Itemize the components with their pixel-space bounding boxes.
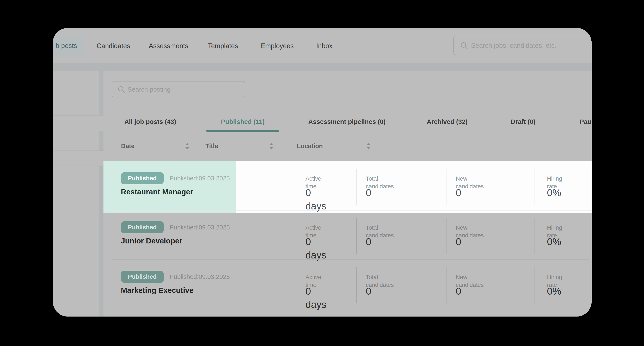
nav-item-employees[interactable]: Employees	[261, 42, 294, 50]
job-title: Restaurant Manager	[121, 187, 193, 196]
tab-draft[interactable]: Draft (0)	[511, 118, 536, 126]
stat-label: Active time	[306, 224, 321, 232]
tab-archived[interactable]: Archived (32)	[427, 118, 468, 126]
posting-search-box	[112, 81, 245, 97]
tab-paused[interactable]: Paus	[580, 118, 592, 126]
search-icon	[460, 42, 468, 50]
stat-divider	[356, 218, 357, 254]
stat-divider	[446, 218, 447, 254]
stat-divider	[356, 169, 357, 205]
stat-label: Hiring rate	[547, 175, 562, 183]
posting-search-input[interactable]	[127, 82, 240, 97]
published-date: Published:09.03.2025	[170, 223, 230, 231]
global-search-box	[454, 36, 592, 55]
stat-label: Active time	[306, 175, 321, 183]
active-tab-underline	[206, 130, 279, 132]
nav-item-job-posts[interactable]: b posts	[53, 36, 84, 56]
stat-divider	[534, 169, 535, 205]
stat-label: Total candidates	[366, 224, 394, 232]
global-search-input[interactable]	[470, 37, 592, 55]
status-badge: Published	[121, 271, 164, 283]
published-date: Published:09.03.2025	[170, 175, 230, 182]
stat-divider	[534, 267, 535, 303]
stat-label: Hiring rate	[547, 224, 562, 232]
app-window: b posts Candidates Assessments Templates…	[53, 28, 592, 316]
stat-value: 0%	[547, 284, 561, 298]
top-nav-bar: b posts Candidates Assessments Templates…	[53, 28, 592, 63]
sort-arrows-icon[interactable]	[185, 143, 190, 149]
nav-item-assessments[interactable]: Assessments	[149, 42, 188, 50]
column-header-date[interactable]: Date	[121, 142, 134, 150]
row-divider	[112, 309, 588, 309]
stat-value: 0	[366, 235, 371, 248]
stat-value: 0	[366, 284, 371, 298]
stat-label: New candidates	[456, 273, 484, 281]
status-badge: Published	[121, 221, 164, 233]
job-row-junior-developer[interactable]: Published Published:09.03.2025 Junior De…	[104, 210, 592, 260]
tab-all-job-posts[interactable]: All job posts (43)	[124, 118, 176, 126]
stat-divider	[446, 169, 447, 205]
tabs-divider	[104, 133, 592, 133]
column-header-location[interactable]: Location	[297, 142, 323, 150]
filters-sidebar	[53, 71, 99, 316]
stat-value: 0	[456, 284, 461, 298]
stat-label: Total candidates	[366, 273, 394, 281]
nav-item-candidates[interactable]: Candidates	[96, 42, 130, 50]
search-icon	[118, 86, 125, 94]
nav-item-inbox[interactable]: Inbox	[316, 42, 332, 50]
sort-arrows-icon[interactable]	[367, 143, 371, 149]
tab-assessment-pipelines[interactable]: Assessment pipelines (0)	[308, 118, 386, 126]
screen-background: b posts Candidates Assessments Templates…	[0, 0, 644, 346]
stat-divider	[446, 267, 447, 303]
nav-item-templates[interactable]: Templates	[208, 42, 238, 50]
job-title: Marketing Executive	[121, 286, 194, 295]
status-badge: Published	[121, 172, 164, 184]
job-row-restaurant-manager[interactable]: Published Published:09.03.2025 Restauran…	[104, 161, 592, 213]
stat-label: New candidates	[456, 224, 484, 232]
column-header-title[interactable]: Title	[206, 142, 218, 150]
published-date: Published:09.03.2025	[170, 273, 230, 281]
stat-value: 0	[366, 186, 371, 199]
stat-label: Hiring rate	[547, 273, 562, 281]
stat-value: 0	[456, 186, 461, 199]
stat-value: 0 days	[306, 235, 326, 248]
stat-value: 0%	[547, 186, 561, 199]
stat-divider	[356, 267, 357, 303]
spotlight-white-background	[236, 161, 592, 213]
stat-value: 0%	[547, 235, 561, 248]
tab-published[interactable]: Published (11)	[221, 118, 264, 126]
job-title: Junior Developer	[121, 236, 182, 245]
stat-label: Active time	[306, 273, 321, 281]
stat-divider	[534, 218, 535, 254]
stat-label: Total candidates	[366, 175, 394, 183]
sort-arrows-icon[interactable]	[270, 143, 274, 149]
spotlight-mint-background	[104, 161, 236, 213]
job-row-marketing-executive[interactable]: Published Published:09.03.2025 Marketing…	[104, 260, 592, 309]
stat-value: 0 days	[306, 284, 326, 298]
stat-value: 0	[456, 235, 461, 248]
job-posts-panel: All job posts (43) Published (11) Assess…	[104, 71, 592, 316]
stat-label: New candidates	[456, 175, 484, 183]
stat-value: 0 days	[306, 186, 326, 199]
